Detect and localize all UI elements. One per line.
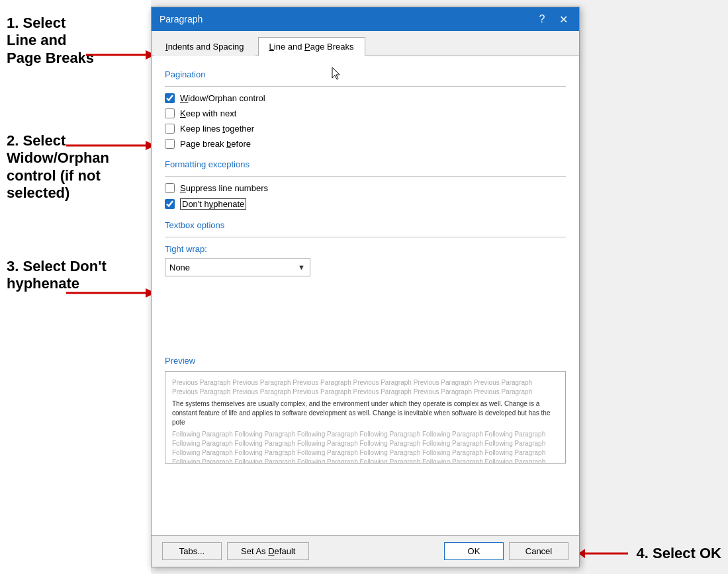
tab-line-page-breaks[interactable]: Line and Page Breaks <box>258 37 365 56</box>
keep-next-checkbox[interactable] <box>165 108 175 118</box>
keep-lines-row: Keep lines together <box>165 124 566 134</box>
preview-box: Previous Paragraph Previous Paragraph Pr… <box>165 371 566 464</box>
suppress-line-row: Suppress line numbers <box>165 183 566 193</box>
keep-next-row: Keep with next <box>165 108 566 118</box>
keep-lines-checkbox[interactable] <box>165 124 175 134</box>
titlebar-buttons: ? ✕ <box>534 11 571 27</box>
annotation-step3: 3. Select Don't hyphenate <box>7 258 107 293</box>
tight-wrap-label: Tight wrap: <box>165 244 566 254</box>
widow-orphan-checkbox[interactable] <box>165 93 175 103</box>
textbox-divider <box>165 237 566 237</box>
tabs-button[interactable]: Tabs... <box>162 542 222 560</box>
dialog-content: Pagination Widow/Orphan control Keep wit… <box>152 56 579 535</box>
footer-spacer <box>314 542 439 560</box>
tab-line-label: Line and Page Breaks <box>269 42 354 52</box>
textbox-options-label: Textbox options <box>165 220 566 230</box>
preview-prev-text: Previous Paragraph Previous Paragraph Pr… <box>172 378 559 397</box>
annotation-step1: 1. Select Line and Page Breaks <box>7 15 94 67</box>
preview-label: Preview <box>165 356 566 366</box>
dont-hyphenate-row: Don't hyphenate <box>165 198 566 210</box>
tab-indents-label: Indents and Spacing <box>165 42 244 52</box>
dialog-tabs: Indents and Spacing Line and Page Breaks <box>152 31 579 56</box>
tight-wrap-dropdown-wrapper: None All First and last paragraphs First… <box>165 258 310 276</box>
dialog-title: Paragraph <box>159 14 203 24</box>
set-default-label: Set As Default <box>241 546 295 556</box>
pagination-section: Pagination Widow/Orphan control Keep wit… <box>165 69 566 149</box>
widow-orphan-row: Widow/Orphan control <box>165 93 566 103</box>
dialog-titlebar: Paragraph ? ✕ <box>152 7 579 31</box>
annotation-step2: 2. Select Widow/Orphan control (if not s… <box>7 132 109 202</box>
close-button[interactable]: ✕ <box>555 11 571 27</box>
dont-hyphenate-label: Don't hyphenate <box>180 198 246 210</box>
pagination-divider <box>165 86 566 87</box>
dont-hyphenate-checkbox[interactable] <box>165 199 175 209</box>
preview-next-text: Following Paragraph Following Paragraph … <box>172 430 559 464</box>
annotation-area: 1. Select Line and Page Breaks 2. Select… <box>0 0 151 574</box>
formatting-divider <box>165 176 566 177</box>
keep-lines-label: Keep lines together <box>180 124 254 134</box>
arrow-1-icon <box>86 45 159 65</box>
dialog-footer: Tabs... Set As Default OK Cancel <box>152 535 579 567</box>
pagination-label: Pagination <box>165 69 566 79</box>
suppress-line-label: Suppress line numbers <box>180 183 268 193</box>
annotation-step4-area: 4. Select OK <box>578 544 721 563</box>
annotation-step4: 4. Select OK <box>637 545 721 562</box>
preview-current-text: The systems themselves are usually compl… <box>172 399 559 427</box>
ok-button[interactable]: OK <box>444 542 504 560</box>
keep-next-label: Keep with next <box>180 108 236 118</box>
set-default-button[interactable]: Set As Default <box>227 542 309 560</box>
formatting-section: Formatting exceptions Suppress line numb… <box>165 159 566 210</box>
arrow-4-icon <box>578 544 631 563</box>
page-break-row: Page break before <box>165 139 566 149</box>
page-break-label: Page break before <box>180 139 251 149</box>
tab-indents-spacing[interactable]: Indents and Spacing <box>154 37 255 56</box>
cancel-button[interactable]: Cancel <box>509 542 569 560</box>
widow-orphan-label: Widow/Orphan control <box>180 93 265 103</box>
page-break-checkbox[interactable] <box>165 139 175 149</box>
paragraph-dialog: Paragraph ? ✕ Indents and Spacing Line a… <box>151 7 580 567</box>
help-button[interactable]: ? <box>534 11 550 27</box>
suppress-line-checkbox[interactable] <box>165 183 175 193</box>
textbox-section: Textbox options Tight wrap: None All Fir… <box>165 220 566 276</box>
preview-section: Preview Previous Paragraph Previous Para… <box>165 356 566 464</box>
tight-wrap-dropdown[interactable]: None All First and last paragraphs First… <box>165 258 310 276</box>
formatting-label: Formatting exceptions <box>165 159 566 169</box>
